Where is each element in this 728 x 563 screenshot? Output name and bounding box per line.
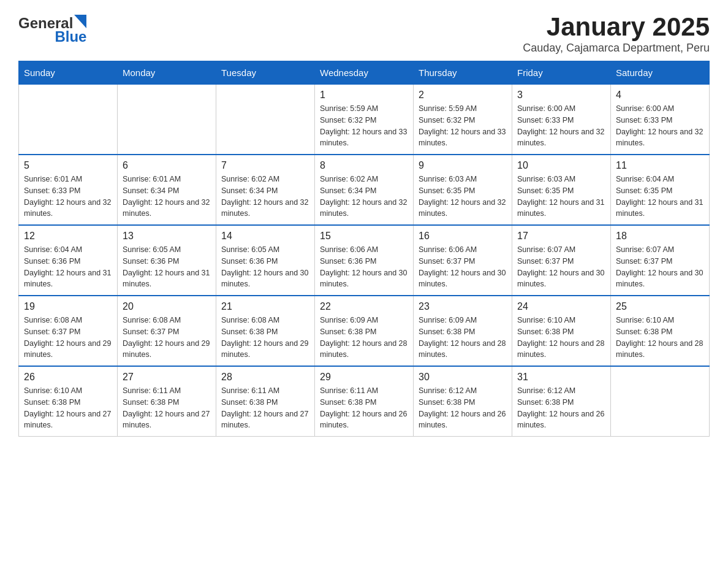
calendar-day-cell: 16Sunrise: 6:06 AMSunset: 6:37 PMDayligh… (414, 225, 512, 296)
day-number: 25 (616, 301, 704, 312)
day-number: 18 (616, 231, 704, 242)
calendar-day-cell: 10Sunrise: 6:03 AMSunset: 6:35 PMDayligh… (512, 155, 611, 225)
calendar-day-cell: 15Sunrise: 6:06 AMSunset: 6:36 PMDayligh… (315, 225, 414, 296)
calendar-week-row: 26Sunrise: 6:10 AMSunset: 6:38 PMDayligh… (19, 366, 710, 437)
page-subtitle: Cauday, Cajamarca Department, Peru (523, 42, 710, 55)
title-block: January 2025 Cauday, Cajamarca Departmen… (523, 12, 710, 55)
day-number: 24 (517, 301, 605, 312)
calendar-day-cell: 5Sunrise: 6:01 AMSunset: 6:33 PMDaylight… (19, 155, 118, 225)
calendar-day-cell: 6Sunrise: 6:01 AMSunset: 6:34 PMDaylight… (118, 155, 216, 225)
calendar-day-cell: 3Sunrise: 6:00 AMSunset: 6:33 PMDaylight… (512, 85, 611, 155)
weekday-header-wednesday: Wednesday (315, 61, 414, 85)
day-info: Sunrise: 6:04 AMSunset: 6:36 PMDaylight:… (24, 244, 112, 290)
day-info: Sunrise: 6:09 AMSunset: 6:38 PMDaylight:… (320, 315, 408, 361)
day-info: Sunrise: 6:02 AMSunset: 6:34 PMDaylight:… (221, 174, 309, 220)
day-info: Sunrise: 6:06 AMSunset: 6:37 PMDaylight:… (419, 244, 507, 290)
day-number: 28 (221, 372, 309, 383)
day-number: 17 (517, 231, 605, 242)
day-info: Sunrise: 6:10 AMSunset: 6:38 PMDaylight:… (517, 315, 605, 361)
day-number: 1 (320, 90, 408, 101)
day-info: Sunrise: 5:59 AMSunset: 6:32 PMDaylight:… (320, 103, 408, 149)
day-number: 26 (24, 372, 112, 383)
day-info: Sunrise: 6:11 AMSunset: 6:38 PMDaylight:… (123, 385, 211, 431)
calendar-day-cell: 18Sunrise: 6:07 AMSunset: 6:37 PMDayligh… (611, 225, 710, 296)
day-info: Sunrise: 6:03 AMSunset: 6:35 PMDaylight:… (419, 174, 507, 220)
day-info: Sunrise: 6:07 AMSunset: 6:37 PMDaylight:… (616, 244, 704, 290)
logo-arrow-icon (74, 15, 86, 28)
calendar-day-cell (216, 85, 315, 155)
day-number: 10 (517, 160, 605, 171)
day-number: 7 (221, 160, 309, 171)
day-info: Sunrise: 6:10 AMSunset: 6:38 PMDaylight:… (24, 385, 112, 431)
day-number: 6 (123, 160, 211, 171)
calendar-day-cell: 1Sunrise: 5:59 AMSunset: 6:32 PMDaylight… (315, 85, 414, 155)
day-number: 29 (320, 372, 408, 383)
weekday-header-monday: Monday (118, 61, 216, 85)
calendar-day-cell: 31Sunrise: 6:12 AMSunset: 6:38 PMDayligh… (512, 366, 611, 437)
day-info: Sunrise: 6:08 AMSunset: 6:37 PMDaylight:… (123, 315, 211, 361)
day-info: Sunrise: 6:08 AMSunset: 6:38 PMDaylight:… (221, 315, 309, 361)
day-number: 19 (24, 301, 112, 312)
day-number: 30 (419, 372, 507, 383)
calendar-table: SundayMondayTuesdayWednesdayThursdayFrid… (18, 61, 710, 437)
calendar-week-row: 1Sunrise: 5:59 AMSunset: 6:32 PMDaylight… (19, 85, 710, 155)
calendar-day-cell: 8Sunrise: 6:02 AMSunset: 6:34 PMDaylight… (315, 155, 414, 225)
calendar-week-row: 12Sunrise: 6:04 AMSunset: 6:36 PMDayligh… (19, 225, 710, 296)
day-number: 11 (616, 160, 704, 171)
calendar-day-cell: 26Sunrise: 6:10 AMSunset: 6:38 PMDayligh… (19, 366, 118, 437)
day-number: 23 (419, 301, 507, 312)
day-number: 9 (419, 160, 507, 171)
day-info: Sunrise: 6:02 AMSunset: 6:34 PMDaylight:… (320, 174, 408, 220)
calendar-day-cell: 11Sunrise: 6:04 AMSunset: 6:35 PMDayligh… (611, 155, 710, 225)
day-info: Sunrise: 6:00 AMSunset: 6:33 PMDaylight:… (616, 103, 704, 149)
calendar-day-cell: 20Sunrise: 6:08 AMSunset: 6:37 PMDayligh… (118, 296, 216, 366)
day-info: Sunrise: 6:04 AMSunset: 6:35 PMDaylight:… (616, 174, 704, 220)
day-info: Sunrise: 6:05 AMSunset: 6:36 PMDaylight:… (123, 244, 211, 290)
day-number: 3 (517, 90, 605, 101)
calendar-day-cell: 24Sunrise: 6:10 AMSunset: 6:38 PMDayligh… (512, 296, 611, 366)
day-number: 15 (320, 231, 408, 242)
calendar-day-cell: 12Sunrise: 6:04 AMSunset: 6:36 PMDayligh… (19, 225, 118, 296)
calendar-day-cell: 19Sunrise: 6:08 AMSunset: 6:37 PMDayligh… (19, 296, 118, 366)
calendar-day-cell: 29Sunrise: 6:11 AMSunset: 6:38 PMDayligh… (315, 366, 414, 437)
day-info: Sunrise: 6:12 AMSunset: 6:38 PMDaylight:… (517, 385, 605, 431)
calendar-day-cell: 23Sunrise: 6:09 AMSunset: 6:38 PMDayligh… (414, 296, 512, 366)
day-info: Sunrise: 6:05 AMSunset: 6:36 PMDaylight:… (221, 244, 309, 290)
day-info: Sunrise: 6:08 AMSunset: 6:37 PMDaylight:… (24, 315, 112, 361)
day-info: Sunrise: 6:11 AMSunset: 6:38 PMDaylight:… (320, 385, 408, 431)
day-number: 5 (24, 160, 112, 171)
calendar-day-cell: 7Sunrise: 6:02 AMSunset: 6:34 PMDaylight… (216, 155, 315, 225)
calendar-day-cell: 13Sunrise: 6:05 AMSunset: 6:36 PMDayligh… (118, 225, 216, 296)
logo-blue-text: Blue (55, 28, 86, 45)
weekday-header-thursday: Thursday (414, 61, 512, 85)
page-title: January 2025 (523, 12, 710, 42)
day-number: 8 (320, 160, 408, 171)
weekday-header-row: SundayMondayTuesdayWednesdayThursdayFrid… (19, 61, 710, 85)
weekday-header-saturday: Saturday (611, 61, 710, 85)
day-info: Sunrise: 6:11 AMSunset: 6:38 PMDaylight:… (221, 385, 309, 431)
calendar-day-cell: 14Sunrise: 6:05 AMSunset: 6:36 PMDayligh… (216, 225, 315, 296)
day-number: 12 (24, 231, 112, 242)
day-info: Sunrise: 6:09 AMSunset: 6:38 PMDaylight:… (419, 315, 507, 361)
weekday-header-sunday: Sunday (19, 61, 118, 85)
calendar-day-cell: 9Sunrise: 6:03 AMSunset: 6:35 PMDaylight… (414, 155, 512, 225)
logo: General Blue (18, 12, 86, 45)
calendar-day-cell (118, 85, 216, 155)
calendar-day-cell: 2Sunrise: 5:59 AMSunset: 6:32 PMDaylight… (414, 85, 512, 155)
calendar-day-cell (611, 366, 710, 437)
calendar-day-cell: 17Sunrise: 6:07 AMSunset: 6:37 PMDayligh… (512, 225, 611, 296)
calendar-day-cell (19, 85, 118, 155)
calendar-day-cell: 21Sunrise: 6:08 AMSunset: 6:38 PMDayligh… (216, 296, 315, 366)
day-info: Sunrise: 6:07 AMSunset: 6:37 PMDaylight:… (517, 244, 605, 290)
calendar-day-cell: 27Sunrise: 6:11 AMSunset: 6:38 PMDayligh… (118, 366, 216, 437)
day-info: Sunrise: 6:01 AMSunset: 6:33 PMDaylight:… (24, 174, 112, 220)
day-number: 27 (123, 372, 211, 383)
day-number: 4 (616, 90, 704, 101)
day-number: 16 (419, 231, 507, 242)
day-number: 2 (419, 90, 507, 101)
calendar-week-row: 19Sunrise: 6:08 AMSunset: 6:37 PMDayligh… (19, 296, 710, 366)
calendar-week-row: 5Sunrise: 6:01 AMSunset: 6:33 PMDaylight… (19, 155, 710, 225)
logo-icon: General Blue (18, 15, 86, 45)
page-header: General Blue January 2025 Cauday, Cajama… (18, 12, 710, 55)
svg-marker-0 (74, 15, 86, 28)
